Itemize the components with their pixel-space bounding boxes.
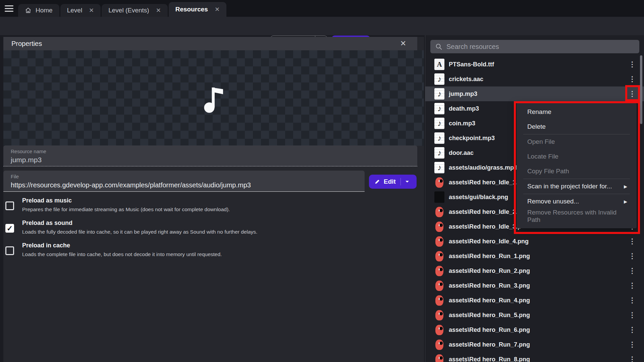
resource-row-assets-red-hero-run-2-png[interactable]: assets\Red hero_Run_2.png⋮ [425,263,644,278]
edit-button[interactable]: Edit [369,175,417,189]
resource-name: assets\Red hero_Idle_1.p [449,179,521,186]
audio-file-icon: ♪ [434,88,444,100]
audio-file-icon: ♪ [434,162,444,173]
hero-file-icon [434,250,444,262]
resource-name: PTSans-Bold.ttf [449,61,494,68]
kebab-menu-icon[interactable]: ⋮ [628,326,636,334]
resource-row-assets-red-hero-run-4-png[interactable]: assets\Red hero_Run_4.png⋮ [425,293,644,308]
kebab-menu-icon[interactable]: ⋮ [628,252,636,260]
context-menu-item-copy-file-path: Copy File Path [517,164,637,179]
audio-file-icon: ♪ [434,118,444,129]
tab-close-icon[interactable]: ✕ [156,7,161,13]
resource-row-crickets-aac[interactable]: ♪crickets.aac⋮ [425,72,644,86]
resource-row-ptsans-bold-ttf[interactable]: APTSans-Bold.ttf⋮ [425,57,644,72]
kebab-menu-icon[interactable]: ⋮ [628,282,636,290]
kebab-menu-icon[interactable]: ⋮ [628,90,636,98]
kebab-menu-icon[interactable]: ⋮ [628,237,636,245]
tab-label: Home [36,7,53,14]
kebab-menu-icon[interactable]: ⋮ [628,311,636,319]
tab-bar: HomeLevel✕Level (Events)✕Resources✕ [0,0,644,17]
checkbox-checked[interactable]: ✓ [5,224,14,233]
kebab-menu-icon[interactable]: ⋮ [628,355,636,362]
resource-row-assets-red-hero-run-8-png[interactable]: assets\Red hero_Run_8.png⋮ [425,352,644,362]
black-file-icon [434,191,444,203]
tab-home[interactable]: Home [18,4,59,17]
resource-name: assets/audio/grass.mp3 [449,164,517,171]
hamburger-menu-icon[interactable] [0,0,18,17]
resource-name: coin.mp3 [449,120,475,127]
hero-file-icon [434,309,444,321]
kebab-menu-icon[interactable]: ⋮ [628,296,636,304]
edit-button-label: Edit [384,178,396,185]
resource-name: assets\Red hero_Run_5.png [449,312,530,319]
kebab-menu-icon[interactable]: ⋮ [628,60,636,68]
properties-panel: Properties ✕ Resource name jump.mp3 File… [3,37,424,362]
context-menu-item-rename[interactable]: Rename [517,105,637,119]
resource-name: assets\Red hero_Run_3.png [449,282,530,289]
checkbox-unchecked[interactable] [5,246,14,255]
tab-label: Level [67,7,82,14]
resource-row-assets-red-hero-run-6-png[interactable]: assets\Red hero_Run_6.png⋮ [425,322,644,337]
tab-level-events[interactable]: Level (Events)✕ [102,4,168,17]
hero-file-icon [434,206,444,218]
hero-file-icon [434,324,444,336]
scrollbar-thumb[interactable] [640,55,642,124]
menu-item-label: Rename [527,108,551,116]
context-menu-item-delete[interactable]: Delete [517,119,637,134]
resource-name: checkpoint.mp3 [449,135,495,142]
resource-name: assets\Red hero_Run_1.png [449,253,530,260]
audio-file-icon: ♪ [434,132,444,144]
tab-close-icon[interactable]: ✕ [215,6,220,12]
context-menu-item-remove-unused[interactable]: Remove unused...▶ [517,194,637,209]
checkbox-unchecked[interactable] [5,201,14,210]
submenu-arrow-icon: ▶ [624,184,627,189]
hero-file-icon [434,265,444,277]
hero-file-icon [434,339,444,350]
music-note-icon [202,83,226,114]
resource-row-assets-red-hero-idle-4-png[interactable]: assets\Red hero_Idle_4.png⋮ [425,234,644,249]
close-icon[interactable]: ✕ [399,40,407,48]
menu-item-label: Scan in the project folder for... [527,183,612,190]
resource-name: assets\Red hero_Run_7.png [449,341,530,348]
resource-row-assets-red-hero-run-3-png[interactable]: assets\Red hero_Run_3.png⋮ [425,278,644,293]
resource-name-value: jump.mp3 [11,156,417,164]
checkbox-description: Prepares the file for immediate streamin… [22,206,374,213]
resource-name-label: Resource name [11,148,417,154]
resource-row-assets-red-hero-run-7-png[interactable]: assets\Red hero_Run_7.png⋮ [425,337,644,352]
checkbox-label: Preload as sound [22,220,374,227]
resource-context-menu: RenameDeleteOpen FileLocate FileCopy Fil… [517,103,637,228]
context-menu-item-scan-in-the-project-folder-for[interactable]: Scan in the project folder for...▶ [517,179,637,194]
search-bar [430,40,639,53]
file-field[interactable]: File https://resources.gdevelop-app.com/… [3,171,365,192]
context-menu-item-remove-resources-with-invalid-path: Remove Resources with Invalid Path [517,209,637,224]
file-label: File [11,174,365,179]
home-icon [25,7,32,14]
resource-row-assets-red-hero-run-5-png[interactable]: assets\Red hero_Run_5.png⋮ [425,308,644,322]
font-file-icon: A [434,59,444,70]
preload-option-preload-as-music: Preload as musicPrepares the file for im… [5,197,374,213]
menu-item-label: Copy File Path [527,168,569,175]
tab-close-icon[interactable]: ✕ [89,7,94,13]
hero-file-icon [434,280,444,291]
search-input[interactable] [446,43,628,51]
resource-name-field[interactable]: Resource name jump.mp3 [3,145,417,167]
gdevelop-app: HomeLevel✕Level (Events)✕Resources✕ Prev… [0,0,644,362]
hero-file-icon [434,177,444,188]
kebab-menu-icon[interactable]: ⋮ [628,75,636,83]
resource-row-assets-red-hero-run-1-png[interactable]: assets\Red hero_Run_1.png⋮ [425,249,644,263]
tab-level[interactable]: Level✕ [60,4,101,17]
search-icon [435,43,442,50]
resource-name: crickets.aac [449,76,483,83]
properties-title: Properties [11,40,42,48]
preload-option-preload-in-cache: Preload in cacheLoads the complete file … [5,242,374,257]
resource-row-jump-mp3[interactable]: ♪jump.mp3⋮ [425,86,644,101]
resource-name: assets/gui/black.png [449,194,508,201]
resource-name: door.aac [449,149,474,157]
kebab-menu-icon[interactable]: ⋮ [628,267,636,275]
resource-name: assets\Red hero_Run_8.png [449,356,530,362]
audio-file-icon: ♪ [434,103,444,114]
context-menu-item-locate-file: Locate File [517,149,637,164]
kebab-menu-icon[interactable]: ⋮ [628,341,636,349]
chevron-down-icon[interactable] [405,179,410,184]
tab-resources[interactable]: Resources✕ [169,2,226,17]
